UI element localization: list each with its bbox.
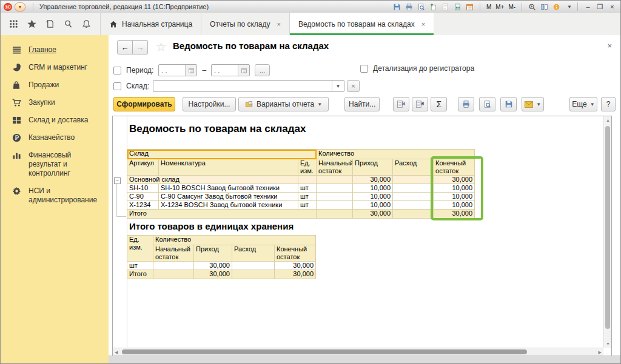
calendar-icon[interactable] — [185, 65, 196, 76]
tab-warehouse-reports[interactable]: Отчеты по складу × — [201, 13, 289, 35]
memory-m-button[interactable]: M — [486, 4, 492, 10]
vertical-scroll-thumb[interactable] — [605, 126, 610, 329]
column-header[interactable]: Приход — [353, 159, 393, 176]
memory-m-minus-button[interactable]: M- — [508, 4, 516, 10]
generate-button[interactable]: Сформировать — [113, 97, 175, 111]
calculator-icon[interactable] — [453, 2, 462, 11]
sklad-checkbox[interactable] — [113, 82, 121, 90]
scroll-up-icon[interactable]: ▲ — [606, 118, 610, 122]
scroll-down-icon[interactable]: ▼ — [606, 342, 610, 346]
favorites-star-icon[interactable] — [26, 19, 37, 30]
sklad-input[interactable] — [153, 82, 332, 90]
apps-grid-icon[interactable] — [8, 19, 19, 30]
save-icon[interactable] — [392, 2, 401, 11]
settings-button[interactable]: Настройки... — [183, 97, 236, 111]
forward-button[interactable]: → — [133, 40, 148, 55]
prihod-cell[interactable]: 30,000 — [353, 176, 393, 184]
ed-izm-header-cell[interactable]: Ед. изм. — [127, 236, 153, 262]
sidebar-item-nsi[interactable]: НСИ и администрирование — [1, 182, 109, 209]
sklad-clear-button[interactable]: × — [347, 80, 360, 92]
scroll-right-icon[interactable]: ▶ — [599, 350, 602, 355]
tab-goods-statement[interactable]: Ведомость по товарам на складах × — [289, 13, 434, 35]
find-button[interactable]: Найти... — [344, 97, 380, 111]
split-view-icon[interactable] — [540, 2, 549, 11]
calendar-icon[interactable] — [238, 65, 249, 76]
info-dropdown-icon[interactable]: ▼ — [567, 4, 572, 10]
scroll-left-icon[interactable]: ◀ — [115, 350, 118, 355]
sklad-field[interactable]: ▼ — [153, 80, 344, 92]
artikul-cell[interactable]: SH-10 — [127, 184, 159, 193]
help-button[interactable]: ? — [601, 97, 616, 111]
column-header[interactable]: Артикул — [127, 159, 159, 176]
horizontal-scrollbar[interactable]: ◀ ▶ — [113, 348, 603, 356]
more-button[interactable]: Еще▼ — [569, 97, 597, 111]
app-logo-1c-icon[interactable]: 1С — [4, 3, 12, 11]
document-icon[interactable] — [441, 2, 450, 11]
close-button[interactable]: × — [608, 3, 617, 10]
expand-groups-button[interactable] — [412, 97, 428, 111]
maximize-button[interactable]: ❐ — [596, 3, 605, 11]
memory-m-plus-button[interactable]: M+ — [495, 4, 505, 10]
quantity-header-cell[interactable]: Количество — [317, 150, 475, 159]
sidebar-item-kaznacheystvo[interactable]: Казначейство — [1, 129, 109, 147]
back-button[interactable]: ← — [117, 40, 133, 55]
column-header[interactable]: Ед. изм. — [298, 159, 317, 176]
column-header[interactable]: Начальный остаток — [153, 245, 194, 262]
form-close-icon[interactable]: × — [607, 41, 612, 50]
calendar-icon[interactable] — [465, 2, 474, 11]
print-icon[interactable] — [404, 2, 414, 11]
nomenclature-cell[interactable]: C-90 Самсунг Завод бытовой техники — [159, 193, 298, 201]
zoom-icon[interactable] — [528, 2, 537, 11]
period-from-field[interactable] — [158, 64, 197, 76]
sum-button[interactable]: Σ — [431, 97, 447, 111]
column-header[interactable]: Приход — [194, 245, 232, 262]
group-collapse-toggle[interactable]: − — [114, 177, 121, 184]
minimize-button[interactable]: – — [583, 3, 592, 10]
chevron-down-icon[interactable]: ▼ — [332, 81, 344, 91]
tab-close-icon[interactable]: × — [421, 21, 425, 28]
nomenclature-cell[interactable]: SH-10 BOSCH Завод бытовой техники — [159, 184, 298, 193]
konech-cell[interactable]: 30,000 — [434, 176, 475, 184]
sidebar-item-sklad[interactable]: Склад и доставка — [1, 111, 109, 129]
favorite-star-icon[interactable]: ☆ — [156, 40, 166, 54]
collapse-groups-button[interactable] — [393, 97, 409, 111]
column-header[interactable]: Номенклатура — [159, 159, 298, 176]
search-icon[interactable] — [62, 19, 73, 30]
vertical-scrollbar[interactable]: ▲ ▼ — [603, 116, 611, 348]
info-icon[interactable] — [552, 2, 561, 11]
quantity-header-cell[interactable]: Количество — [153, 236, 316, 245]
column-header[interactable]: Конечный остаток — [275, 245, 316, 262]
column-header[interactable]: Начальный остаток — [317, 159, 353, 176]
save-button[interactable] — [500, 97, 517, 111]
column-header[interactable]: Конечный остаток — [434, 159, 475, 176]
period-to-input[interactable] — [212, 67, 238, 74]
report-variants-button[interactable]: Варианты отчета ▼ — [238, 97, 329, 111]
sidebar-item-prodazhi[interactable]: Продажи — [1, 76, 109, 94]
sidebar-item-glavnoe[interactable]: Главное — [1, 41, 109, 59]
print-button[interactable] — [458, 97, 474, 111]
period-checkbox[interactable] — [113, 67, 121, 74]
nomenclature-cell[interactable]: X-1234 BOSCH Завод бытовой техники — [159, 201, 298, 210]
print-preview-button[interactable] — [479, 97, 495, 111]
print-preview-icon[interactable] — [417, 2, 426, 11]
total-label-cell[interactable]: Итого — [127, 210, 317, 219]
period-from-input[interactable] — [159, 67, 185, 74]
detail-registrar-checkbox[interactable] — [360, 65, 368, 73]
horizontal-scroll-thumb[interactable] — [122, 349, 527, 354]
group-name-cell[interactable]: Основной склад — [127, 176, 298, 184]
tab-close-icon[interactable]: × — [277, 21, 281, 28]
sidebar-item-finrezultat[interactable]: Финансовый результат и контроллинг — [1, 147, 109, 182]
tab-home[interactable]: Начальная страница — [100, 13, 201, 35]
column-header[interactable]: Расход — [232, 245, 275, 262]
sidebar-item-crm[interactable]: CRM и маркетинг — [1, 59, 109, 76]
period-variants-button[interactable]: ... — [255, 64, 270, 76]
artikul-cell[interactable]: X-1234 — [127, 201, 159, 210]
sidebar-item-zakupki[interactable]: Закупки — [1, 94, 109, 111]
column-header[interactable]: Расход — [393, 159, 434, 176]
export-icon[interactable] — [429, 2, 438, 11]
history-icon[interactable] — [44, 19, 55, 30]
total-label-cell[interactable]: Итого — [127, 270, 153, 279]
sklad-header-cell[interactable]: Склад — [127, 150, 317, 159]
main-menu-button[interactable]: ▼ — [15, 2, 25, 12]
notifications-bell-icon[interactable] — [81, 19, 92, 30]
